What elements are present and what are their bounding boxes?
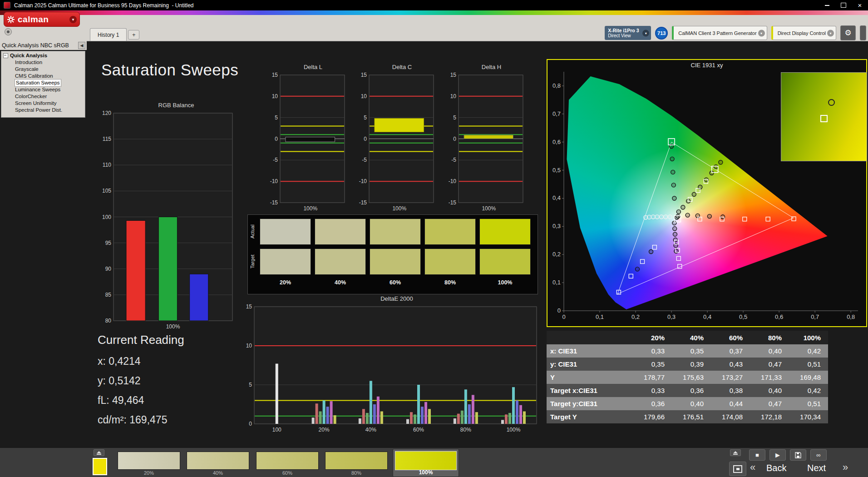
delta-c-chart: Delta C -15-10-5051015100% bbox=[355, 64, 437, 215]
swatch-row-label-actual: Actual bbox=[250, 219, 256, 245]
meter-dropdown-icon[interactable]: ▾ bbox=[642, 30, 649, 36]
swatch-column-label: 40% bbox=[315, 279, 366, 286]
panel-edge-button[interactable] bbox=[860, 25, 866, 40]
table-cell: 174,08 bbox=[711, 413, 750, 421]
svg-text:-15: -15 bbox=[359, 199, 367, 206]
tab-history-1[interactable]: History 1 bbox=[90, 28, 127, 41]
delta-h-chart: Delta H -15-10-5051015100% bbox=[445, 64, 527, 215]
play-button[interactable]: ▶ bbox=[769, 449, 786, 461]
table-row-label: Target y:CIE31 bbox=[547, 400, 633, 407]
back-button[interactable]: Back bbox=[766, 463, 786, 473]
save-button[interactable] bbox=[790, 449, 806, 461]
sidebar-item-spectral-power-dist[interactable]: Spectral Power Dist. bbox=[1, 107, 85, 114]
meter-device-button[interactable]: X-Rite i1Pro 3 Direct View ▾ bbox=[605, 26, 651, 40]
svg-text:0,2: 0,2 bbox=[552, 251, 561, 258]
meter-name: X-Rite i1Pro 3 bbox=[608, 28, 639, 33]
eject-icon-bar bbox=[97, 454, 101, 455]
patch-label: 40% bbox=[185, 470, 251, 476]
swatch-target-40% bbox=[315, 248, 366, 275]
sidebar-item-grayscale[interactable]: Grayscale bbox=[1, 66, 85, 73]
svg-text:100%: 100% bbox=[482, 205, 496, 212]
back-arrow-button[interactable]: « bbox=[750, 462, 755, 473]
stop-button[interactable]: ■ bbox=[749, 449, 765, 461]
link-button[interactable]: ∞ bbox=[810, 449, 827, 461]
deltae-2000-title: DeltaE 2000 bbox=[238, 295, 539, 304]
patch-button-80%[interactable]: 80% bbox=[323, 451, 390, 476]
cie-plot: 000,10,10,20,20,30,30,40,40,50,50,60,60,… bbox=[547, 60, 868, 326]
svg-text:95: 95 bbox=[105, 240, 112, 246]
svg-text:0: 0 bbox=[557, 307, 561, 314]
calman-logo-button[interactable]: calman ▾ bbox=[4, 12, 80, 27]
toolbar: calman ▾ History 1 + X-Rite i1Pro 3 Dire… bbox=[0, 15, 868, 41]
sidebar-item-label: Grayscale bbox=[15, 66, 39, 73]
current-patch-indicator[interactable] bbox=[93, 458, 107, 475]
swatch-column-label: 20% bbox=[260, 279, 311, 286]
patch-button-40%[interactable]: 40% bbox=[185, 451, 251, 476]
pattern-generator-dropdown-icon[interactable]: ▾ bbox=[758, 30, 765, 36]
patch-button-20%[interactable]: 20% bbox=[116, 451, 182, 476]
patch-label: 20% bbox=[116, 470, 182, 476]
svg-text:80%: 80% bbox=[460, 427, 471, 433]
workflow-header: Quick Analysis NBC sRGB ◀ bbox=[0, 41, 87, 50]
svg-text:85: 85 bbox=[105, 292, 112, 298]
patch-options-left-button[interactable] bbox=[94, 449, 104, 456]
svg-text:0,3: 0,3 bbox=[552, 223, 561, 229]
table-row: Y178,77175,63173,27171,33169,48 bbox=[547, 371, 828, 384]
reading-cdm2: cd/m²: 169,475 bbox=[98, 410, 184, 430]
meter-mode: Direct View bbox=[608, 33, 631, 38]
table-cell: 171,33 bbox=[750, 373, 789, 381]
sidebar-item-screen-uniformity[interactable]: Screen Uniformity bbox=[1, 100, 85, 107]
patch-options-right-button[interactable] bbox=[730, 449, 741, 456]
app-icon bbox=[4, 2, 10, 9]
sidebar-collapse-button[interactable]: ◀ bbox=[78, 42, 85, 49]
svg-text:0,8: 0,8 bbox=[552, 82, 561, 89]
window-title: Calman 2025 Calman Ultimate for Business… bbox=[14, 2, 194, 9]
display-control-dropdown-icon[interactable]: ▾ bbox=[827, 30, 834, 36]
logo-dropdown-icon[interactable]: ▾ bbox=[69, 16, 77, 23]
patch-button-100%[interactable]: 100% bbox=[393, 449, 459, 477]
pattern-generator-label: CalMAN Client 3 Pattern Generator bbox=[678, 30, 756, 36]
table-cell: 170,34 bbox=[789, 413, 828, 421]
maximize-button[interactable] bbox=[835, 0, 852, 10]
view-options-button[interactable] bbox=[5, 28, 12, 35]
close-button[interactable]: × bbox=[852, 0, 868, 10]
table-header-cell: 100% bbox=[789, 334, 828, 342]
tree-root-quick-analysis[interactable]: Quick Analysis bbox=[1, 52, 85, 59]
next-button[interactable]: Next bbox=[807, 463, 826, 473]
add-tab-button[interactable]: + bbox=[128, 30, 139, 40]
next-arrow-button[interactable]: » bbox=[843, 462, 848, 473]
delta-c-title: Delta C bbox=[355, 64, 437, 72]
current-reading: Current Reading x: 0,4214 y: 0,5142 fL: … bbox=[98, 333, 184, 430]
sidebar-item-luminance-sweeps[interactable]: Luminance Sweeps bbox=[1, 86, 85, 93]
patch-color bbox=[187, 452, 249, 470]
sidebar-item-colorchecker[interactable]: ColorChecker bbox=[1, 93, 85, 100]
table-header-cell: 40% bbox=[672, 334, 711, 342]
swatch-column-label: 80% bbox=[424, 279, 476, 286]
table-cell: 0,40 bbox=[750, 347, 789, 355]
pattern-window-icon-dot bbox=[736, 468, 740, 470]
svg-text:100: 100 bbox=[102, 214, 111, 220]
sidebar-item-introduction[interactable]: Introduction bbox=[1, 59, 85, 66]
svg-text:0: 0 bbox=[275, 136, 278, 142]
pattern-generator-button[interactable]: CalMAN Client 3 Pattern Generator ▾ bbox=[672, 26, 767, 40]
delta_c-plot: -15-10-5051015100% bbox=[355, 72, 437, 214]
swatch-actual-100% bbox=[479, 219, 531, 245]
gear-icon: ⚙ bbox=[844, 28, 851, 38]
settings-button[interactable]: ⚙ bbox=[840, 25, 856, 40]
display-control-button[interactable]: Direct Display Control ▾ bbox=[771, 26, 836, 40]
minimize-icon bbox=[825, 5, 829, 6]
patch-button-60%[interactable]: 60% bbox=[254, 451, 321, 476]
sidebar-item-saturation-sweeps[interactable]: Saturation Sweeps bbox=[1, 80, 85, 86]
tree-expander-icon[interactable] bbox=[3, 53, 8, 58]
pattern-window-button[interactable] bbox=[729, 462, 746, 476]
meter-reading-badge[interactable]: 713 bbox=[655, 27, 668, 40]
table-cell: 0,33 bbox=[633, 387, 672, 394]
swatch-column-label: 60% bbox=[370, 279, 421, 286]
svg-text:40%: 40% bbox=[365, 427, 376, 433]
sidebar-item-cms-calibration[interactable]: CMS Calibration bbox=[1, 73, 85, 80]
table-cell: 0,47 bbox=[750, 360, 789, 368]
swatch-target-100% bbox=[479, 248, 531, 275]
delta-h-title: Delta H bbox=[445, 64, 527, 72]
minimize-button[interactable] bbox=[819, 0, 835, 10]
table-row: Target x:CIE310,330,360,380,400,42 bbox=[547, 384, 828, 397]
